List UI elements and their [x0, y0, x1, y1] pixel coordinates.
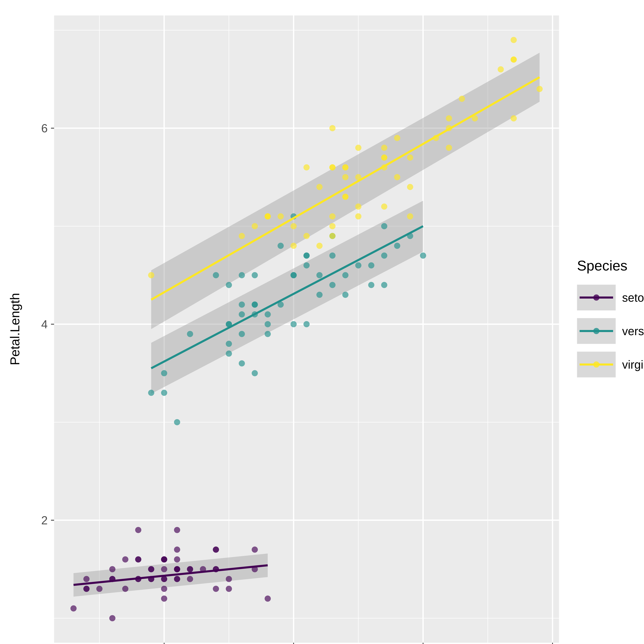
data-point [381, 282, 387, 288]
data-point [239, 360, 245, 366]
data-point [213, 546, 219, 553]
data-point [174, 576, 180, 582]
data-point [316, 272, 323, 278]
data-point [265, 321, 271, 327]
y-tick-label: 6 [41, 122, 48, 135]
data-point [381, 145, 387, 151]
data-point [290, 223, 297, 229]
data-point [303, 164, 310, 170]
data-point [265, 331, 271, 337]
data-point [252, 370, 258, 376]
data-point [161, 596, 167, 602]
legend-item-label: virginica [622, 358, 644, 371]
y-tick-label: 2 [41, 514, 48, 527]
data-point [109, 566, 115, 572]
data-point [368, 282, 374, 288]
data-point [278, 243, 284, 249]
data-point [187, 566, 193, 572]
data-point [420, 252, 426, 259]
data-point [135, 556, 141, 562]
data-point [303, 321, 310, 327]
data-point [239, 233, 245, 239]
data-point [511, 115, 517, 121]
data-point [342, 164, 349, 170]
data-point [148, 390, 154, 396]
data-point [407, 213, 413, 219]
data-point [174, 566, 180, 572]
data-point [459, 96, 465, 102]
data-point [303, 233, 310, 239]
data-point [407, 154, 413, 161]
y-axis-title: Petal.Length [8, 293, 22, 365]
data-point [213, 586, 219, 592]
data-point [498, 66, 504, 73]
data-point [226, 282, 232, 288]
legend-point-icon [593, 294, 599, 301]
data-point [239, 331, 245, 337]
data-point [278, 213, 284, 219]
legend-title: Species [577, 258, 627, 273]
data-point [226, 341, 232, 347]
data-point [109, 615, 115, 621]
data-point [316, 292, 323, 298]
data-point [174, 419, 180, 425]
legend-point-icon [593, 361, 599, 368]
data-point [342, 292, 349, 298]
data-point [381, 154, 387, 161]
data-point [407, 184, 413, 190]
data-point [265, 213, 271, 219]
data-point [342, 174, 349, 180]
data-point [161, 586, 167, 592]
data-point [122, 556, 128, 562]
data-point [226, 576, 232, 582]
data-point [122, 586, 128, 592]
data-point [303, 262, 310, 268]
data-point [329, 252, 336, 259]
data-point [252, 223, 258, 229]
data-point [342, 194, 349, 200]
data-point [161, 556, 167, 562]
data-point [394, 174, 400, 180]
data-point [161, 390, 167, 396]
data-point [394, 243, 400, 249]
data-point [187, 576, 193, 582]
data-point [381, 204, 387, 210]
data-point [290, 272, 297, 278]
data-point [96, 586, 103, 592]
data-point [381, 223, 387, 229]
data-point [446, 115, 452, 121]
data-point [355, 262, 361, 268]
data-point [329, 164, 336, 170]
data-point [368, 262, 374, 268]
data-point [161, 566, 167, 572]
data-point [148, 566, 154, 572]
legend-item-label: setosa [622, 291, 644, 304]
data-point [536, 86, 543, 92]
data-point [342, 272, 349, 278]
data-point [265, 596, 271, 602]
data-point [161, 370, 167, 376]
data-point [329, 125, 336, 131]
data-point [329, 233, 336, 239]
data-point [381, 252, 387, 259]
data-point [213, 272, 219, 278]
data-point [252, 546, 258, 553]
data-point [290, 321, 297, 327]
data-point [239, 311, 245, 317]
data-point [290, 243, 297, 249]
data-point [226, 350, 232, 357]
data-point [329, 223, 336, 229]
data-point [148, 272, 154, 278]
data-point [83, 586, 90, 592]
data-point [135, 527, 141, 533]
data-point [226, 586, 232, 592]
chart-svg: 5678246Sepal.LengthPetal.LengthSpeciesse… [0, 0, 644, 644]
data-point [355, 213, 361, 219]
legend-point-icon [593, 328, 599, 334]
data-point [83, 576, 90, 582]
data-point [239, 272, 245, 278]
data-point [187, 331, 193, 337]
data-point [316, 243, 323, 249]
data-point [239, 302, 245, 308]
data-point [174, 556, 180, 562]
